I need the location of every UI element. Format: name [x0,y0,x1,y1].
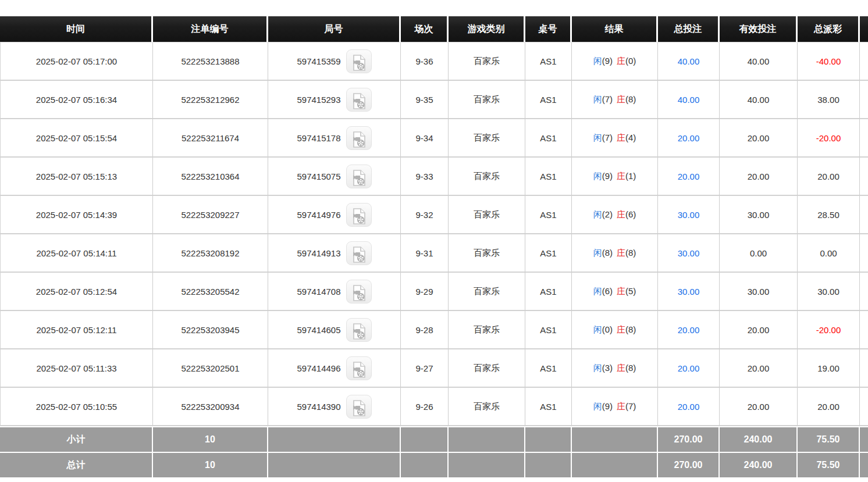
total-bet-cell[interactable]: 40.00 [658,42,720,81]
video-replay-button[interactable] [346,280,372,304]
footer-empty-cell [525,426,572,452]
total-payout-cell: -20.00 [798,311,860,349]
video-replay-button[interactable] [346,49,372,73]
player-score: (7) [602,94,613,104]
banker-score: (6) [625,209,636,219]
video-replay-button[interactable] [346,356,372,380]
result-cell: 闲(9)庄(7) [572,388,658,426]
round-id-cell: 597414913 [268,234,401,273]
table-no-cell: AS1 [525,81,572,119]
time-cell: 2025-02-07 05:16:34 [0,81,153,119]
total-bet-cell[interactable]: 20.00 [658,349,720,388]
video-replay-button[interactable] [346,318,372,342]
total-bet-cell[interactable]: 40.00 [658,81,720,119]
round-id-cell: 597415075 [268,158,401,196]
video-replay-button[interactable] [346,241,372,265]
player-result: 闲 [593,248,602,258]
table-no-cell: AS1 [525,311,572,349]
video-replay-button[interactable] [346,126,372,150]
player-score: (7) [602,133,613,142]
total-payout-cell: 38.00 [798,81,860,119]
table-row: 2025-02-07 05:14:39 522253209227 5974149… [0,196,868,234]
grand-total-total-bet: 270.00 [658,452,720,477]
time-cell: 2025-02-07 05:12:54 [0,273,153,311]
table-row: 2025-02-07 05:10:55 522253200934 5974143… [0,388,868,426]
session-cell: 9-31 [401,234,449,273]
total-bet-cell[interactable]: 30.00 [658,234,720,273]
round-id: 597414976 [297,210,340,220]
session-cell: 9-27 [401,349,449,388]
total-bet-cell[interactable]: 20.00 [658,158,720,196]
table-no-cell: AS1 [525,273,572,311]
footer-empty-cell [449,426,525,452]
cutoff-cell [860,119,868,158]
player-result: 闲 [593,324,602,334]
game-type-cell: 百家乐 [449,196,525,234]
total-bet-cell[interactable]: 30.00 [658,273,720,311]
video-replay-button[interactable] [346,203,372,227]
footer-empty-cell [525,452,572,477]
player-score: (6) [602,286,613,296]
col-header-total-bet: 总投注 [658,16,720,42]
table-row: 2025-02-07 05:12:54 522253205542 5974147… [0,273,868,311]
footer-empty-cell [268,452,401,477]
time-cell: 2025-02-07 05:10:55 [0,388,153,426]
total-bet-cell[interactable]: 20.00 [658,119,720,158]
video-replay-icon [351,54,367,72]
video-replay-icon [351,208,367,225]
session-cell: 9-36 [401,42,449,81]
video-replay-button[interactable] [346,88,372,112]
player-result: 闲 [593,56,602,66]
bet-id-cell: 522253211674 [153,119,268,158]
video-replay-button[interactable] [346,165,372,188]
banker-score: (0) [625,56,636,66]
banker-score: (7) [625,401,636,411]
total-bet-cell[interactable]: 20.00 [658,388,720,426]
bet-history-table: 时间 注单编号 局号 场次 游戏类别 桌号 结果 总投注 有效投注 总派彩 20… [0,16,868,477]
bet-id-cell: 522253203945 [153,311,268,349]
time-cell: 2025-02-07 05:14:39 [0,196,153,234]
round-id-cell: 597414708 [268,273,401,311]
col-header-result: 结果 [572,16,658,42]
grand-total-label: 总计 [0,452,153,477]
subtotal-total-payout: 75.50 [798,426,860,452]
subtotal-valid-bet: 240.00 [720,426,798,452]
bet-history-page: 时间 注单编号 局号 场次 游戏类别 桌号 结果 总投注 有效投注 总派彩 20… [0,16,868,477]
total-bet-cell[interactable]: 30.00 [658,196,720,234]
result-cell: 闲(9)庄(0) [572,42,658,81]
bet-id-cell: 522253208192 [153,234,268,273]
game-type-cell: 百家乐 [449,273,525,311]
banker-result: 庄 [617,171,625,181]
grand-total-valid-bet: 240.00 [720,452,798,477]
total-bet-cell[interactable]: 20.00 [658,311,720,349]
total-payout-cell: 0.00 [798,234,860,273]
session-cell: 9-32 [401,196,449,234]
footer-cutoff-cell [860,426,868,452]
subtotal-row: 小计 10 270.00 240.00 75.50 [0,426,868,452]
banker-result: 庄 [617,56,625,66]
col-header-session: 场次 [401,16,449,42]
bet-id-cell: 522253209227 [153,196,268,234]
footer-empty-cell [401,452,449,477]
footer-empty-cell [572,426,658,452]
result-cell: 闲(6)庄(5) [572,273,658,311]
round-id-cell: 597414390 [268,388,401,426]
video-replay-button[interactable] [346,395,372,419]
video-replay-icon [351,92,367,110]
round-id: 597415359 [297,56,340,66]
footer-empty-cell [401,426,449,452]
player-score: (8) [602,248,613,258]
bet-id-cell: 522253205542 [153,273,268,311]
table-no-cell: AS1 [525,119,572,158]
table-row: 2025-02-07 05:17:00 522253213888 5974153… [0,42,868,81]
player-score: (9) [602,401,613,411]
bet-id-cell: 522253212962 [153,81,268,119]
round-id-cell: 597415293 [268,81,401,119]
player-result: 闲 [593,363,602,373]
round-id: 597414390 [297,402,340,412]
round-id-cell: 597415359 [268,42,401,81]
table-body: 2025-02-07 05:17:00 522253213888 5974153… [0,42,868,426]
table-row: 2025-02-07 05:16:34 522253212962 5974152… [0,81,868,119]
valid-bet-cell: 20.00 [720,158,798,196]
session-cell: 9-33 [401,158,449,196]
